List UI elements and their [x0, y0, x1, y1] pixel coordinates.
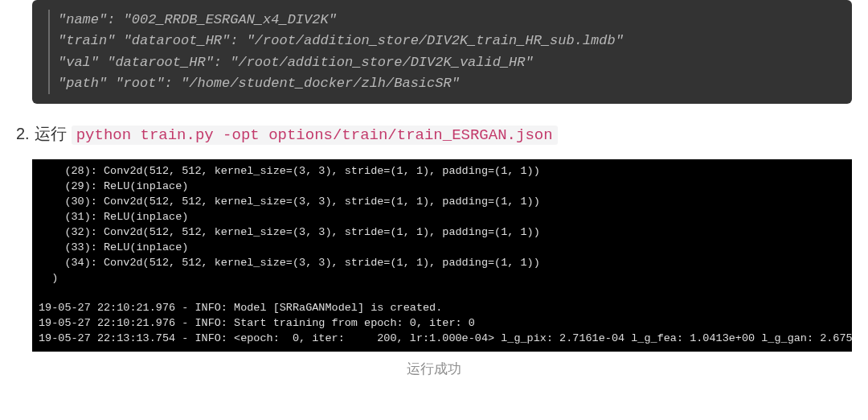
step-2: 2. 运行 python train.py -opt options/train…: [16, 123, 868, 145]
caption: 运行成功: [0, 360, 868, 378]
config-code-block: "name": "002_RRDB_ESRGAN_x4_DIV2K" "trai…: [32, 0, 852, 104]
step-label: 运行: [35, 123, 67, 145]
config-code-text: "name": "002_RRDB_ESRGAN_x4_DIV2K" "trai…: [58, 10, 837, 94]
step-command: python train.py -opt options/train/train…: [72, 126, 558, 145]
terminal-text: (28): Conv2d(512, 512, kernel_size=(3, 3…: [39, 164, 847, 347]
terminal-output: (28): Conv2d(512, 512, kernel_size=(3, 3…: [32, 159, 852, 352]
step-number: 2.: [16, 125, 30, 143]
